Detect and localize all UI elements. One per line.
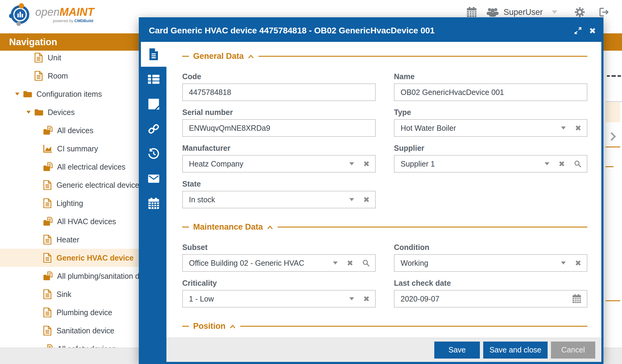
tab-notes[interactable] (141, 92, 166, 116)
gear-icon[interactable] (574, 7, 585, 18)
search-icon[interactable] (574, 160, 581, 167)
document-icon (43, 253, 52, 263)
users-icon[interactable] (486, 8, 499, 17)
dropdown-caret-icon[interactable] (333, 261, 338, 265)
clear-icon[interactable]: ✖ (363, 196, 370, 204)
subset-combobox[interactable]: Office Building 02 - Generic HVAC ✖ (182, 254, 376, 272)
chart-icon (43, 144, 52, 153)
field-condition: Condition Working ✖ (394, 243, 587, 272)
tab-schedule[interactable] (141, 191, 166, 216)
modal-title: Card Generic HVAC device 4475784818 - OB… (149, 26, 574, 35)
condition-combobox[interactable]: Working ✖ (394, 254, 587, 272)
clear-icon[interactable]: ✖ (347, 259, 353, 267)
background-orange-rule (606, 300, 620, 301)
folder-document-icon (43, 217, 53, 226)
calendar-icon[interactable] (572, 294, 581, 303)
manufacturer-combobox[interactable]: Heatz Company ✖ (182, 155, 376, 173)
clear-icon[interactable]: ✖ (575, 124, 581, 132)
save-and-close-button[interactable]: Save and close (483, 342, 548, 359)
section-maintenance-data[interactable]: Maintenance Data (182, 222, 587, 232)
logout-icon[interactable] (599, 8, 609, 17)
field-last-check-date: Last check date 2020-09-07 (394, 278, 587, 308)
chevron-up-icon (267, 225, 273, 229)
modal-footer: Save Save and close Cancel (166, 338, 601, 362)
tab-history[interactable] (141, 141, 166, 166)
dropdown-caret-icon[interactable] (349, 198, 354, 201)
field-serial-number: Serial number (182, 108, 376, 137)
section-position[interactable]: Position (182, 322, 587, 331)
card-form: General Data Code Name Serial number (166, 42, 601, 338)
navigation-title: Navigation (9, 33, 57, 51)
background-divider (606, 101, 622, 102)
calendar-icon[interactable] (466, 7, 477, 17)
collapse-dash-icon (182, 56, 189, 57)
field-code: Code (182, 72, 376, 101)
email-icon (148, 174, 159, 183)
field-name: Name (394, 72, 587, 101)
collapse-dash-icon (182, 326, 189, 327)
header-toolbar: SuperUser (466, 7, 609, 18)
dropdown-caret-icon[interactable] (545, 162, 549, 165)
document-icon (43, 289, 52, 299)
dropdown-caret-icon[interactable] (561, 126, 566, 130)
background-clipped-text (607, 75, 621, 77)
document-icon (43, 326, 52, 335)
user-menu[interactable]: SuperUser (504, 8, 543, 17)
expand-icon[interactable] (574, 27, 582, 34)
dropdown-caret-icon[interactable] (349, 162, 354, 165)
link-icon (148, 123, 159, 135)
criticality-combobox[interactable]: 1 - Low ✖ (182, 290, 376, 308)
tab-list[interactable] (141, 67, 166, 92)
file-icon (148, 48, 159, 61)
background-orange-rule (606, 166, 613, 167)
serial-number-input[interactable] (183, 120, 375, 136)
document-icon (43, 180, 52, 190)
caret-down-icon[interactable] (26, 111, 31, 114)
section-rule (258, 56, 587, 57)
section-rule (240, 326, 588, 327)
chevron-right-icon (607, 132, 616, 141)
search-icon[interactable] (362, 259, 370, 267)
caret-down-icon[interactable] (552, 10, 557, 14)
close-icon[interactable]: ✖ (589, 27, 596, 35)
powered-by: powered by CMDBuild (35, 19, 94, 23)
brand-text: openMAINT (35, 6, 94, 18)
card-tab-strip (141, 42, 166, 362)
save-button[interactable]: Save (434, 342, 480, 359)
field-state: State In stock ✖ (182, 179, 376, 208)
state-combobox[interactable]: In stock ✖ (182, 191, 376, 208)
clear-icon[interactable]: ✖ (559, 160, 565, 168)
folder-document-icon (43, 126, 53, 135)
openmaint-logo: openMAINT powered by CMDBuild (9, 3, 94, 26)
clear-icon[interactable]: ✖ (575, 259, 581, 267)
modal-title-bar: Card Generic HVAC device 4475784818 - OB… (141, 19, 601, 42)
name-input[interactable] (395, 84, 587, 100)
document-icon (43, 235, 52, 244)
dropdown-caret-icon[interactable] (561, 261, 566, 265)
tab-email[interactable] (141, 166, 166, 191)
field-subset: Subset Office Building 02 - Generic HVAC… (182, 243, 376, 272)
list-icon (148, 74, 159, 84)
background-orange-rule (606, 147, 620, 147)
section-rule (278, 227, 587, 228)
clear-icon[interactable]: ✖ (363, 160, 370, 168)
folder-icon (23, 90, 32, 98)
last-check-date-picker[interactable]: 2020-09-07 (394, 290, 587, 308)
supplier-combobox[interactable]: Supplier 1 ✖ (394, 155, 587, 173)
document-icon (34, 71, 43, 81)
background-highlight-fragment (606, 102, 620, 122)
code-input[interactable] (183, 84, 375, 100)
clear-icon[interactable]: ✖ (363, 295, 370, 303)
section-general-data[interactable]: General Data (182, 52, 587, 61)
tab-relations[interactable] (141, 116, 166, 141)
field-criticality: Criticality 1 - Low ✖ (182, 278, 376, 308)
type-combobox[interactable]: Hot Water Boiler ✖ (394, 119, 587, 137)
document-icon (43, 198, 52, 208)
document-icon (43, 308, 52, 317)
collapse-dash-icon (182, 227, 189, 228)
folder-document-icon (43, 162, 53, 171)
tab-card[interactable] (141, 42, 166, 67)
cancel-button[interactable]: Cancel (551, 342, 595, 359)
dropdown-caret-icon[interactable] (349, 297, 354, 300)
caret-down-icon[interactable] (15, 93, 19, 96)
